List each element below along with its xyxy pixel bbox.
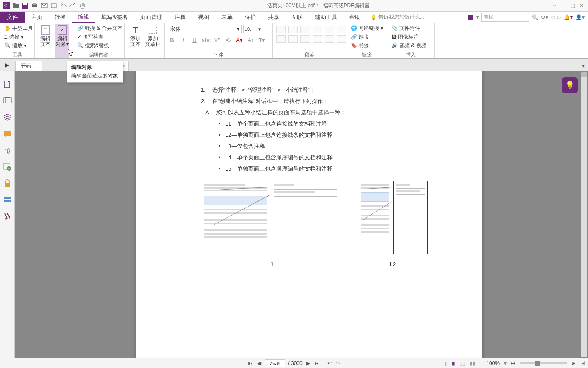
menu-connect[interactable]: 互联 (285, 12, 309, 23)
skin-icon[interactable] (467, 14, 474, 21)
align-center-button[interactable] (288, 35, 298, 43)
align-left-button[interactable] (276, 35, 286, 43)
number-list-button[interactable] (288, 26, 298, 33)
user-icon[interactable]: 👤▾ (575, 14, 585, 20)
hand-tool[interactable]: ✋ 手型工具 (3, 24, 34, 32)
hand-dd-icon[interactable] (79, 2, 86, 9)
line-height-button[interactable] (337, 35, 346, 43)
search-go-icon[interactable]: 🔍 (532, 14, 538, 20)
bullet-list-button[interactable] (276, 26, 286, 33)
bold-button[interactable]: B (168, 37, 176, 43)
view-continuous-icon[interactable]: ▮ (452, 360, 455, 366)
tab-start[interactable]: 开始 (15, 61, 42, 71)
ribbon-opts-icon[interactable]: ▫▫ (552, 3, 556, 9)
search-replace-button[interactable]: 🔍 搜索&替换 (76, 41, 123, 50)
menu-share[interactable]: 共享 (262, 12, 285, 23)
font-size-select[interactable]: 10.!▾ (243, 25, 262, 33)
tell-me[interactable]: 💡 告诉我您想做什么... (370, 12, 424, 23)
select-tool[interactable]: Ꮖ 选择 ▾ (3, 32, 34, 41)
snapshot-icon[interactable] (50, 2, 57, 9)
rotate-ccw-button[interactable]: ↶ (326, 360, 333, 366)
menu-pages[interactable]: 页面管理 (134, 12, 168, 23)
outdent-button[interactable] (300, 26, 310, 33)
spacing-button[interactable] (325, 26, 334, 33)
save-icon[interactable] (22, 2, 29, 9)
page-number-input[interactable] (265, 359, 285, 367)
zoom-tool[interactable]: 🔍 缩放 ▾ (3, 41, 34, 50)
menu-comment[interactable]: 注释 (168, 12, 192, 23)
next-result-icon[interactable]: ▷ (557, 14, 561, 20)
fit-page-button[interactable]: ⇲ (580, 360, 585, 366)
menu-file[interactable]: 文件 (0, 12, 25, 23)
link-button[interactable]: 🔗 链接 (350, 32, 384, 41)
av-button[interactable]: 🔊 音频 & 视频 (391, 41, 427, 50)
zoom-out-button[interactable]: ⊖ (511, 360, 515, 366)
close-icon[interactable]: ✕ (579, 3, 584, 9)
font-select[interactable]: 宋体▾ (168, 25, 242, 33)
prev-result-icon[interactable]: ◁ (551, 14, 555, 20)
document-canvas[interactable]: 💡 1.选择“注释” > “管理注释” > “小结注释”； 2.在“创建小结注释… (15, 71, 588, 358)
zoom-in-button[interactable]: ⊕ (572, 360, 576, 366)
menu-fillsign[interactable]: 填写&签名 (95, 12, 134, 23)
fields-panel-icon[interactable] (3, 195, 12, 204)
bookmark-button[interactable]: 🔖 书签 (350, 41, 384, 50)
search-opts-icon[interactable]: ⚙▾ (541, 14, 548, 20)
view-facing-icon[interactable]: ▯▯ (459, 360, 465, 366)
align-justify-button[interactable] (313, 35, 322, 43)
first-page-button[interactable]: ⏮ (247, 360, 254, 366)
security-panel-icon[interactable] (3, 179, 12, 187)
underline-button[interactable]: U (191, 37, 198, 43)
strike-button[interactable]: abc (202, 37, 210, 43)
web-link-button[interactable]: 🌐 网络链接 ▾ (350, 24, 384, 32)
edit-text-button[interactable]: T编辑 文本 (38, 24, 52, 58)
image-annot-button[interactable]: 🖼 图像标注 (391, 32, 427, 41)
zoom-slider[interactable] (520, 362, 567, 364)
attachments-panel-icon[interactable] (3, 146, 12, 155)
superscript-button[interactable]: X² (213, 37, 221, 43)
prev-page-button[interactable]: ◀ (256, 360, 262, 366)
pages-panel-icon[interactable] (3, 80, 12, 89)
last-page-button[interactable]: ⏭ (313, 360, 320, 366)
align-dist-button[interactable] (325, 35, 334, 43)
link-merge-button[interactable]: 🔗 链接 & 合并文本 (76, 24, 123, 32)
signatures-panel-icon[interactable]: ✓ (3, 162, 12, 171)
menu-help[interactable]: 帮助 (343, 12, 367, 23)
menu-convert[interactable]: 转换 (48, 12, 72, 23)
edit-object-button[interactable]: 编辑 对象▾ (55, 24, 69, 58)
font-color-button[interactable]: A▾ (236, 37, 243, 43)
redo-icon[interactable] (69, 2, 76, 9)
view-cont-facing-icon[interactable]: ▮▮ (470, 360, 476, 366)
print-icon[interactable] (31, 2, 38, 9)
subscript-button[interactable]: X₂ (224, 37, 232, 43)
attach-button[interactable]: 📎 文件附件 (391, 24, 427, 32)
menu-view[interactable]: 视图 (192, 12, 215, 23)
add-text-button[interactable]: T添加 文本 (128, 24, 142, 58)
bell-icon[interactable]: 🔔▾ (564, 14, 573, 20)
menu-form[interactable]: 表单 (215, 12, 239, 23)
indent-button[interactable] (313, 26, 322, 33)
tips-bulb-icon[interactable]: 💡 (562, 77, 578, 93)
italic-button[interactable]: I (179, 37, 187, 43)
tab-close-icon[interactable]: × (123, 63, 126, 69)
vertical-scrollbar[interactable] (581, 72, 587, 357)
case-button[interactable]: T▾ (258, 37, 266, 43)
open-icon[interactable] (12, 2, 19, 9)
spell-check-button[interactable]: ✔ 拼写检查 (76, 32, 123, 41)
articles-panel-icon[interactable] (3, 212, 12, 220)
layers-panel-icon[interactable] (3, 113, 12, 122)
menu-protect[interactable]: 保护 (239, 12, 262, 23)
menu-home[interactable]: 主页 (25, 12, 48, 23)
mail-icon[interactable] (41, 2, 48, 9)
grow-font-button[interactable]: A↑ (247, 37, 255, 43)
next-page-button[interactable]: ▶ (305, 360, 311, 366)
bookmarks-panel-icon[interactable] (3, 97, 12, 105)
menu-access[interactable]: 辅助工具 (309, 12, 343, 23)
undo-icon[interactable] (60, 2, 67, 9)
nav-collapse-icon[interactable]: ▶ (5, 62, 9, 68)
search-input[interactable]: 查找 (481, 13, 529, 22)
para-opts-button[interactable] (337, 26, 346, 33)
rotate-cw-button[interactable]: ↷ (335, 360, 341, 366)
menu-edit[interactable]: 编辑 (72, 12, 95, 23)
maximize-icon[interactable]: ▢ (570, 3, 575, 9)
minimize-icon[interactable]: — (561, 3, 566, 9)
